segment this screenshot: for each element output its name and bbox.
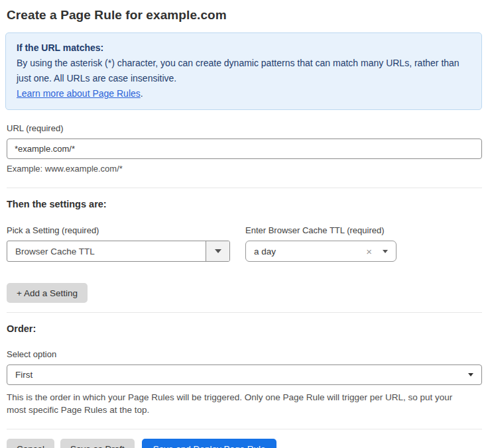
create-page-rule-form: Create a Page Rule for example.com If th… [0,0,488,448]
order-help-text: This is the order in which your Page Rul… [7,391,471,416]
order-select-label: Select option [7,349,482,359]
url-input[interactable] [7,139,482,159]
info-box-heading: If the URL matches: [17,40,471,56]
divider [7,188,482,188]
ttl-setting-column: Enter Browser Cache TTL (required) a day… [245,209,396,262]
cancel-button[interactable]: Cancel [7,439,54,448]
url-match-info-box: If the URL matches: By using the asteris… [5,32,482,110]
url-field-label: URL (required) [7,123,482,133]
link-suffix: . [141,88,143,99]
order-selected-value: First [15,370,468,380]
order-section-heading: Order: [7,323,482,334]
add-setting-button[interactable]: + Add a Setting [7,283,88,303]
pick-setting-selected-value: Browser Cache TTL [7,241,206,261]
info-box-body: By using the asterisk (*) character, you… [17,56,471,86]
pick-setting-dropdown-button[interactable] [206,241,229,261]
footer-button-row: Cancel Save as Draft Save and Deploy Pag… [7,439,482,448]
page-title: Create a Page Rule for example.com [7,8,482,23]
clear-icon[interactable]: × [366,247,372,256]
settings-row: Pick a Setting (required) Browser Cache … [7,209,482,262]
ttl-setting-label: Enter Browser Cache TTL (required) [245,225,396,235]
divider [7,429,482,429]
learn-more-link[interactable]: Learn more about Page Rules [17,88,141,99]
settings-section-heading: Then the settings are: [7,199,482,209]
save-as-draft-button[interactable]: Save as Draft [60,439,135,448]
divider [7,312,482,313]
url-example-text: Example: www.example.com/* [7,164,482,174]
pick-setting-select[interactable]: Browser Cache TTL [7,241,230,262]
chevron-down-icon [468,373,473,376]
chevron-down-icon [215,249,221,253]
info-box-link-line: Learn more about Page Rules. [17,86,471,101]
chevron-down-icon [383,250,388,253]
pick-setting-column: Pick a Setting (required) Browser Cache … [7,209,230,262]
save-and-deploy-button[interactable]: Save and Deploy Page Rule [142,439,277,448]
order-select[interactable]: First [7,364,482,385]
ttl-setting-select[interactable]: a day × [245,241,396,262]
pick-setting-label: Pick a Setting (required) [7,225,230,235]
ttl-selected-value: a day [254,247,366,256]
